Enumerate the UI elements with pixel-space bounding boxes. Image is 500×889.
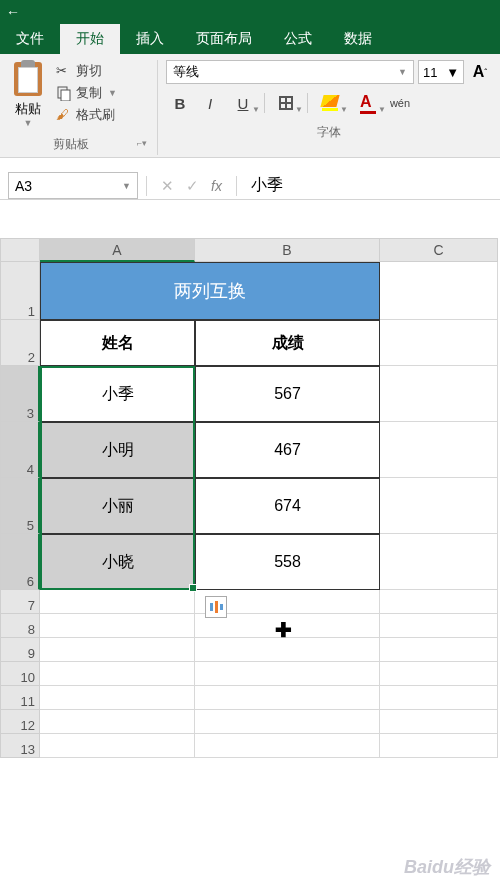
cell-a4[interactable]: 小明 — [40, 422, 195, 478]
tab-file[interactable]: 文件 — [0, 24, 60, 54]
underline-button[interactable]: U▼ — [226, 90, 260, 116]
row-header-3[interactable]: 3 — [0, 366, 40, 422]
cell-b3[interactable]: 567 — [195, 366, 380, 422]
paste-button[interactable]: 粘贴 ▼ — [6, 60, 50, 128]
cell-title[interactable]: 两列互换 — [40, 262, 380, 320]
copy-label: 复制 — [76, 84, 102, 102]
cut-label: 剪切 — [76, 62, 102, 80]
row-header-7[interactable]: 7 — [0, 590, 40, 614]
cell-a10[interactable] — [40, 662, 195, 686]
border-icon — [279, 96, 293, 110]
copy-button[interactable]: 复制▼ — [56, 82, 151, 104]
brush-icon: 🖌 — [56, 107, 72, 123]
font-color-icon: A — [360, 93, 376, 114]
row-header-9[interactable]: 9 — [0, 638, 40, 662]
cell-b13[interactable] — [195, 734, 380, 758]
fx-icon[interactable]: fx — [211, 178, 222, 194]
increase-font-icon: A — [473, 63, 485, 81]
clipboard-group-label: 剪贴板 — [6, 128, 151, 155]
tab-layout[interactable]: 页面布局 — [180, 24, 268, 54]
cell-a2[interactable]: 姓名 — [40, 320, 195, 366]
tab-formula[interactable]: 公式 — [268, 24, 328, 54]
row-header-6[interactable]: 6 — [0, 534, 40, 590]
row-header-5[interactable]: 5 — [0, 478, 40, 534]
tab-insert[interactable]: 插入 — [120, 24, 180, 54]
cell-a9[interactable] — [40, 638, 195, 662]
ribbon-tabs: 文件 开始 插入 页面布局 公式 数据 — [0, 24, 500, 54]
increase-font-button[interactable]: Aˆ — [468, 60, 492, 84]
cell-b6[interactable]: 558 — [195, 534, 380, 590]
cell-a5[interactable]: 小丽 — [40, 478, 195, 534]
formula-bar: A3▼ ✕ ✓ fx — [0, 172, 500, 200]
col-header-b[interactable]: B — [195, 238, 380, 262]
ribbon: 粘贴 ▼ ✂ 剪切 复制▼ 🖌 格式刷 ⌐▾ 剪贴板 — [0, 54, 500, 158]
cancel-icon[interactable]: ✕ — [161, 177, 174, 195]
cell-c1[interactable] — [380, 262, 498, 320]
cell-a11[interactable] — [40, 686, 195, 710]
clipboard-launcher-icon[interactable]: ⌐▾ — [137, 138, 147, 148]
cell-a3[interactable]: 小季 — [40, 366, 195, 422]
cell-b4[interactable]: 467 — [195, 422, 380, 478]
select-all-corner[interactable] — [0, 238, 40, 262]
row-header-12[interactable]: 12 — [0, 710, 40, 734]
cell-a6[interactable]: 小晓 — [40, 534, 195, 590]
formula-input[interactable] — [241, 172, 500, 199]
cell-c12[interactable] — [380, 710, 498, 734]
cell-b10[interactable] — [195, 662, 380, 686]
format-painter-label: 格式刷 — [76, 106, 115, 124]
cell-c8[interactable] — [380, 614, 498, 638]
cell-c13[interactable] — [380, 734, 498, 758]
cell-c10[interactable] — [380, 662, 498, 686]
confirm-icon[interactable]: ✓ — [186, 177, 199, 195]
font-size-select[interactable]: 11▼ — [418, 60, 464, 84]
svg-rect-1 — [61, 90, 70, 101]
cut-button[interactable]: ✂ 剪切 — [56, 60, 151, 82]
phonetic-button[interactable]: wén — [388, 90, 412, 116]
cell-c4[interactable] — [380, 422, 498, 478]
back-icon[interactable]: ← — [6, 4, 20, 20]
font-family-select[interactable]: 等线▼ — [166, 60, 414, 84]
cell-c11[interactable] — [380, 686, 498, 710]
cell-a13[interactable] — [40, 734, 195, 758]
cell-c7[interactable] — [380, 590, 498, 614]
format-painter-button[interactable]: 🖌 格式刷 — [56, 104, 151, 126]
font-group: 等线▼ 11▼ Aˆ B I U▼ ▼ ▼ A▼ wén — [158, 60, 500, 155]
row-header-10[interactable]: 10 — [0, 662, 40, 686]
paste-label: 粘贴 — [6, 100, 50, 118]
row-header-13[interactable]: 13 — [0, 734, 40, 758]
row-header-8[interactable]: 8 — [0, 614, 40, 638]
cell-c6[interactable] — [380, 534, 498, 590]
bold-button[interactable]: B — [166, 90, 194, 116]
tab-home[interactable]: 开始 — [60, 24, 120, 54]
font-family-value: 等线 — [173, 63, 199, 81]
font-size-value: 11 — [423, 65, 437, 80]
cell-b2[interactable]: 成绩 — [195, 320, 380, 366]
cell-a7[interactable] — [40, 590, 195, 614]
cell-b12[interactable] — [195, 710, 380, 734]
paste-icon — [11, 60, 45, 98]
spreadsheet-grid[interactable]: A B C 1 两列互换 2 姓名 成绩 3 小季 567 4 小明 467 5… — [0, 238, 500, 758]
col-header-c[interactable]: C — [380, 238, 498, 262]
row-header-11[interactable]: 11 — [0, 686, 40, 710]
border-button[interactable]: ▼ — [269, 90, 303, 116]
cell-b11[interactable] — [195, 686, 380, 710]
col-header-a[interactable]: A — [40, 238, 195, 262]
cell-c5[interactable] — [380, 478, 498, 534]
fill-color-button[interactable]: ▼ — [312, 90, 348, 116]
quick-analysis-icon[interactable] — [205, 596, 227, 618]
bucket-icon — [322, 95, 338, 111]
cell-a8[interactable] — [40, 614, 195, 638]
cell-b5[interactable]: 674 — [195, 478, 380, 534]
name-box[interactable]: A3▼ — [8, 172, 138, 199]
row-header-4[interactable]: 4 — [0, 422, 40, 478]
cell-a12[interactable] — [40, 710, 195, 734]
row-header-1[interactable]: 1 — [0, 262, 40, 320]
italic-button[interactable]: I — [196, 90, 224, 116]
font-color-button[interactable]: A▼ — [350, 90, 386, 116]
cell-c2[interactable] — [380, 320, 498, 366]
row-header-2[interactable]: 2 — [0, 320, 40, 366]
tab-data[interactable]: 数据 — [328, 24, 388, 54]
cell-c9[interactable] — [380, 638, 498, 662]
copy-icon — [56, 85, 72, 101]
cell-c3[interactable] — [380, 366, 498, 422]
